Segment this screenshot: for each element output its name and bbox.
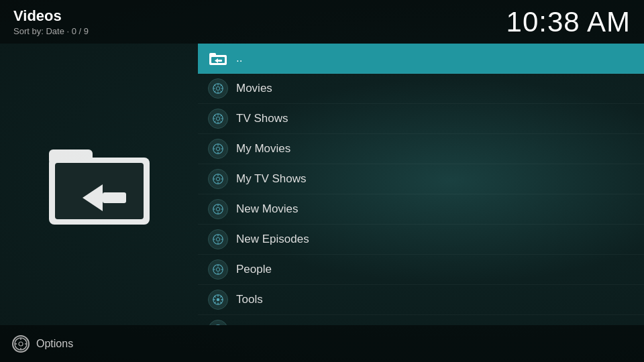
- folder-icon: [46, 137, 153, 231]
- top-bar: Videos Sort by: Date · 0 / 9 10:38 AM: [0, 0, 644, 44]
- svg-line-29: [220, 115, 221, 117]
- bottom-bar: Options: [0, 325, 644, 362]
- item-label-mytvshows: My TV Shows: [236, 172, 307, 186]
- mytvshows-icon: [208, 169, 228, 189]
- list-item-mytvshows[interactable]: My TV Shows: [198, 164, 644, 194]
- options-icon: [12, 335, 30, 353]
- item-label-back: ..: [236, 52, 242, 65]
- list-item-back[interactable]: ..: [198, 44, 644, 74]
- mymovies-icon: [208, 139, 228, 159]
- svg-point-55: [216, 267, 219, 271]
- top-left: Videos Sort by: Date · 0 / 9: [13, 7, 89, 36]
- svg-line-26: [215, 115, 216, 117]
- svg-rect-9: [218, 60, 222, 62]
- svg-line-69: [220, 296, 221, 298]
- tvshows-icon: [208, 109, 228, 129]
- list-item-mymovies[interactable]: My Movies: [198, 134, 644, 164]
- svg-point-74: [19, 342, 23, 346]
- list-item-newmovies[interactable]: New Movies: [198, 194, 644, 225]
- svg-point-43: [216, 207, 219, 210]
- item-label-movies: Movies: [236, 82, 272, 95]
- page-title: Videos: [13, 7, 89, 25]
- svg-line-18: [215, 90, 216, 92]
- newepisodes-icon: [208, 229, 228, 249]
- svg-rect-6: [209, 53, 216, 58]
- movies-icon: [208, 78, 228, 99]
- list-item-search[interactable]: Search: [198, 315, 644, 325]
- svg-line-27: [220, 121, 221, 122]
- svg-point-37: [216, 177, 219, 180]
- back-folder-icon: [208, 48, 228, 68]
- list-item-movies[interactable]: Movies: [198, 74, 644, 104]
- newmovies-icon: [208, 199, 228, 219]
- right-panel: .. Movies: [198, 44, 644, 325]
- left-panel: [0, 44, 198, 325]
- svg-point-49: [216, 237, 219, 241]
- item-label-newepisodes: New Episodes: [236, 233, 309, 246]
- item-label-tools: Tools: [236, 293, 263, 306]
- svg-line-67: [220, 302, 221, 303]
- item-label-mymovies: My Movies: [236, 142, 290, 156]
- item-label-people: People: [236, 263, 272, 276]
- svg-line-17: [220, 90, 221, 92]
- item-label-newmovies: New Movies: [236, 202, 299, 216]
- people-icon: [208, 259, 228, 280]
- list-item-tools[interactable]: Tools: [198, 285, 644, 315]
- svg-rect-4: [103, 192, 126, 203]
- list-item-people[interactable]: People: [198, 255, 644, 285]
- svg-point-21: [216, 117, 219, 120]
- clock: 10:38 AM: [506, 6, 631, 38]
- svg-point-61: [217, 298, 220, 302]
- sort-info: Sort by: Date · 0 / 9: [13, 26, 89, 36]
- svg-line-28: [215, 121, 216, 122]
- svg-point-31: [216, 147, 219, 150]
- svg-line-19: [220, 85, 221, 86]
- svg-point-11: [216, 86, 219, 90]
- list-item-tvshows[interactable]: TV Shows: [198, 104, 644, 134]
- options-label[interactable]: Options: [36, 338, 73, 350]
- tools-icon: [208, 290, 228, 310]
- list-item-newepisodes[interactable]: New Episodes: [198, 225, 644, 255]
- search-icon: [208, 320, 228, 325]
- svg-line-66: [215, 296, 216, 298]
- svg-line-16: [215, 85, 216, 86]
- svg-line-68: [215, 302, 216, 303]
- item-label-tvshows: TV Shows: [236, 112, 288, 125]
- svg-rect-1: [49, 149, 93, 164]
